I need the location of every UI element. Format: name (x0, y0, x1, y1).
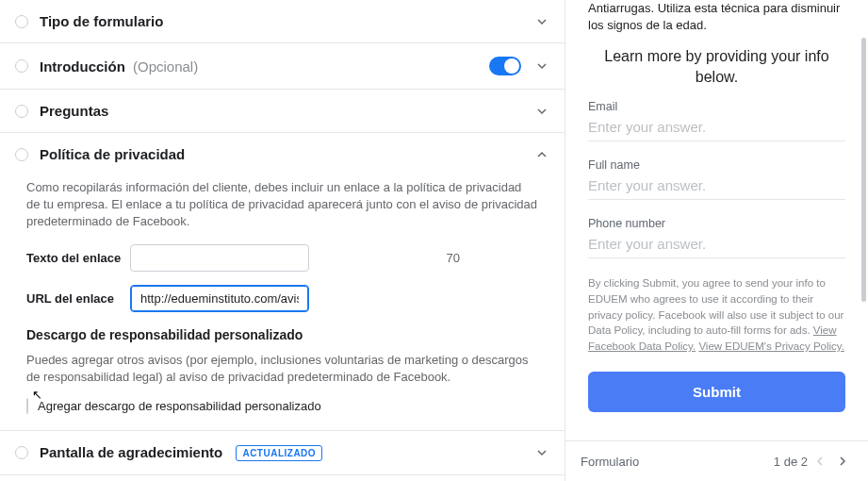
field-email: Email Enter your answer. (588, 100, 845, 141)
field-phone-label: Phone number (588, 217, 845, 230)
add-disclaimer-row[interactable]: ↖ Agregar descargo de responsabilidad pe… (26, 399, 538, 413)
eduem-policy-link[interactable]: View EDUEM's Privacy Policy. (698, 340, 844, 352)
section-title-intro-text: Introducción (40, 58, 125, 75)
pager-prev-button[interactable] (810, 451, 830, 472)
link-url-input[interactable] (130, 285, 309, 312)
footer-label: Formulario (581, 455, 639, 469)
section-gracias[interactable]: Pantalla de agradecimiento ACTUALIZADO (0, 431, 565, 476)
legal-disclosure: By clicking Submit, you agree to send yo… (588, 275, 845, 354)
section-privacidad-header[interactable]: Política de privacidad (0, 133, 565, 175)
step-bullet-icon (15, 446, 28, 459)
field-phone-input[interactable]: Enter your answer. (588, 236, 845, 258)
step-bullet-icon (15, 15, 28, 28)
link-url-row: URL del enlace (26, 285, 538, 312)
submit-button[interactable]: Submit (588, 372, 845, 412)
left-config-panel: Tipo de formulario Introducción (Opciona… (0, 0, 565, 481)
step-bullet-icon (15, 105, 28, 118)
step-bullet-icon (15, 59, 28, 73)
intro-toggle[interactable] (489, 57, 521, 75)
field-email-input[interactable]: Enter your answer. (588, 119, 845, 141)
link-text-label: Texto del enlace (26, 251, 130, 265)
chevron-down-icon (534, 14, 549, 29)
caret-right-icon (839, 456, 846, 466)
section-preguntas[interactable]: Preguntas (0, 90, 565, 133)
section-introduccion[interactable]: Introducción (Opcional) (0, 43, 565, 90)
field-fullname-input[interactable]: Enter your answer. (588, 177, 845, 200)
preview-body: Antiarrugas. Utiliza esta técnica para d… (565, 0, 868, 440)
link-text-row: Texto del enlace 70 (26, 244, 538, 272)
disclaimer-help-text: Puedes agregar otros avisos (por ejemplo… (26, 352, 538, 386)
section-title-preguntas: Preguntas (40, 103, 534, 119)
field-fullname-label: Full name (588, 158, 845, 172)
disclaimer-heading: Descargo de responsabilidad personalizad… (26, 327, 538, 342)
chevron-down-icon (534, 104, 549, 119)
legal-text-body: By clicking Submit, you agree to send yo… (588, 277, 843, 336)
pager-next-button[interactable] (832, 451, 853, 472)
section-tipo-formulario[interactable]: Tipo de formulario (0, 0, 565, 43)
preview-scrollbar[interactable] (861, 38, 866, 302)
preview-heading: Learn more by providing your info below. (596, 46, 838, 87)
field-fullname: Full name Enter your answer. (588, 158, 845, 200)
link-url-label: URL del enlace (26, 291, 130, 306)
section-privacidad-body: Como recopilarás información del cliente… (0, 175, 565, 431)
chevron-up-icon (534, 147, 549, 162)
section-title-gracias: Pantalla de agradecimiento ACTUALIZADO (40, 444, 534, 462)
section-title-gracias-text: Pantalla de agradecimiento (40, 444, 222, 460)
pager-label: 1 de 2 (774, 455, 808, 469)
add-disclaimer-checkbox[interactable] (26, 398, 28, 414)
updated-badge: ACTUALIZADO (236, 445, 322, 461)
optional-label: (Opcional) (133, 58, 198, 75)
field-email-label: Email (588, 100, 845, 113)
section-title-privacidad: Política de privacidad (40, 146, 534, 162)
field-phone: Phone number Enter your answer. (588, 217, 845, 258)
preview-footer: Formulario 1 de 2 (565, 440, 868, 481)
caret-left-icon (816, 456, 824, 466)
section-title-tipo: Tipo de formulario (40, 13, 534, 29)
chevron-down-icon (534, 445, 549, 460)
add-disclaimer-label: Agregar descargo de responsabilidad pers… (38, 399, 321, 413)
link-text-char-count: 70 (447, 251, 460, 265)
link-text-input-wrap: 70 (130, 244, 469, 272)
link-url-input-wrap (130, 285, 469, 312)
link-text-input[interactable] (130, 244, 309, 272)
cursor-icon: ↖ (32, 388, 42, 402)
section-title-intro: Introducción (Opcional) (40, 58, 489, 75)
step-bullet-icon (15, 148, 28, 161)
form-preview-panel: Antiarrugas. Utiliza esta técnica para d… (565, 0, 868, 481)
preview-intro-text: Antiarrugas. Utiliza esta técnica para d… (588, 0, 845, 33)
chevron-down-icon (534, 58, 549, 74)
privacidad-help-text: Como recopilarás información del cliente… (26, 179, 538, 231)
